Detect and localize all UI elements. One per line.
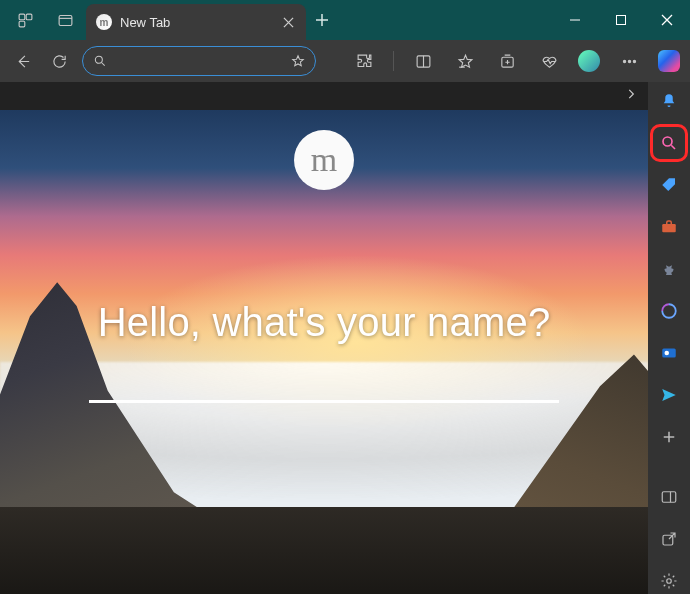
svg-rect-12	[662, 224, 676, 232]
back-button[interactable]	[10, 48, 36, 74]
heart-pulse-icon	[541, 53, 558, 70]
back-icon	[15, 53, 32, 70]
refresh-icon	[51, 53, 68, 70]
svg-rect-0	[19, 14, 25, 20]
sidebar-office[interactable]	[656, 298, 682, 324]
svg-rect-2	[19, 21, 25, 27]
collections-icon	[499, 53, 516, 70]
sidebar-search[interactable]	[656, 130, 682, 156]
chevron-right-icon	[624, 87, 638, 101]
tab-favicon: m	[96, 14, 112, 30]
close-window-button[interactable]	[644, 0, 690, 40]
titlebar: m New Tab	[0, 0, 690, 40]
panel-icon	[660, 488, 678, 506]
address-input[interactable]	[115, 54, 283, 69]
svg-point-14	[665, 351, 670, 356]
puzzle-icon	[356, 53, 373, 70]
name-input-underline[interactable]	[89, 400, 559, 403]
popout-icon	[660, 530, 678, 548]
favorites-star-icon	[457, 53, 474, 70]
page-settings-chevron[interactable]	[624, 87, 638, 105]
briefcase-icon	[660, 218, 678, 236]
titlebar-left-group	[0, 0, 78, 40]
tab-title: New Tab	[120, 15, 170, 30]
svg-point-5	[95, 56, 102, 63]
sidebar-drop[interactable]	[656, 382, 682, 408]
sidebar-shopping[interactable]	[656, 172, 682, 198]
more-button[interactable]	[616, 48, 642, 74]
gear-icon	[660, 572, 678, 590]
content-row: m Hello, what's your name?	[0, 82, 690, 594]
greeting-text: Hello, what's your name?	[0, 300, 648, 345]
extensions-button[interactable]	[351, 48, 377, 74]
svg-rect-1	[26, 14, 32, 20]
close-icon	[283, 17, 294, 28]
collections-button[interactable]	[494, 48, 520, 74]
svg-point-10	[633, 60, 635, 62]
svg-point-17	[667, 579, 672, 584]
hero-area: m Hello, what's your name?	[0, 110, 648, 594]
more-icon	[621, 53, 638, 70]
svg-rect-4	[617, 16, 626, 25]
chess-icon	[660, 260, 678, 278]
sidebar-popout[interactable]	[656, 526, 682, 552]
split-screen-icon	[415, 53, 432, 70]
svg-rect-15	[662, 492, 676, 503]
profile-avatar[interactable]	[578, 50, 600, 72]
separator	[393, 51, 394, 71]
sidebar-tools[interactable]	[656, 214, 682, 240]
sidebar-bell[interactable]	[656, 88, 682, 114]
toolbar	[0, 40, 690, 82]
favorites-button[interactable]	[452, 48, 478, 74]
window-controls	[552, 0, 690, 40]
minimize-button[interactable]	[552, 0, 598, 40]
plus-icon	[660, 428, 678, 446]
health-button[interactable]	[536, 48, 562, 74]
address-bar[interactable]	[82, 46, 316, 76]
msn-logo: m	[294, 130, 354, 190]
search-icon	[660, 134, 678, 152]
outlook-icon	[660, 344, 678, 362]
sidebar-outlook[interactable]	[656, 340, 682, 366]
browser-tab[interactable]: m New Tab	[86, 4, 306, 40]
close-tab-button[interactable]	[280, 14, 296, 30]
page-content: m Hello, what's your name?	[0, 82, 648, 594]
split-screen-button[interactable]	[410, 48, 436, 74]
sidebar	[648, 82, 690, 594]
workspaces-icon[interactable]	[12, 7, 38, 33]
svg-point-11	[663, 137, 672, 146]
bell-icon	[660, 92, 678, 110]
svg-rect-3	[59, 15, 72, 25]
svg-point-9	[628, 60, 630, 62]
background-foreground	[0, 507, 648, 594]
maximize-button[interactable]	[598, 0, 644, 40]
tab-actions-icon[interactable]	[52, 7, 78, 33]
refresh-button[interactable]	[46, 48, 72, 74]
toolbar-right-group	[351, 48, 680, 74]
sidebar-games[interactable]	[656, 256, 682, 282]
star-icon[interactable]	[291, 54, 305, 68]
office-icon	[660, 302, 678, 320]
send-icon	[660, 386, 678, 404]
browser-window: m New Tab	[0, 0, 690, 594]
sidebar-panel-toggle[interactable]	[656, 484, 682, 510]
copilot-button[interactable]	[658, 50, 680, 72]
sidebar-add[interactable]	[656, 424, 682, 450]
page-top-bar	[0, 82, 648, 110]
svg-point-8	[623, 60, 625, 62]
new-tab-button[interactable]	[306, 0, 338, 40]
search-icon	[93, 54, 107, 68]
plus-icon	[315, 13, 329, 27]
tag-icon	[660, 176, 678, 194]
sidebar-settings[interactable]	[656, 568, 682, 594]
